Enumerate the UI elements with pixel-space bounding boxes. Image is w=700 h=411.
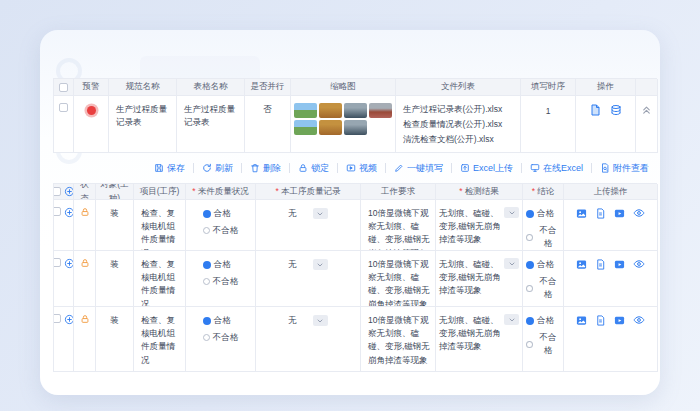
column-header-incoming-quality: *来件质量状况: [186, 184, 256, 200]
test-result-cell: 无划痕、磕碰、变形,磁钢无崩角掉渣等现象: [436, 200, 523, 251]
save-button[interactable]: 保存: [146, 162, 193, 175]
row-checkbox[interactable]: [54, 207, 61, 216]
image-icon[interactable]: [576, 315, 587, 326]
detail-select-header-cell: [54, 184, 74, 200]
records-table: 预警 规范名称 表格名称 是否并行 缩略图 文件列表 填写时序 操作 生产过程质…: [53, 78, 657, 153]
upload-ops-cell: [564, 200, 658, 251]
select-all-header-cell: [54, 79, 74, 96]
lock-icon: [80, 314, 90, 324]
excel-upload-button[interactable]: Excel上传: [452, 162, 521, 175]
column-header-operations: 操作: [576, 79, 636, 96]
one-key-fill-button[interactable]: 一键填写: [386, 162, 451, 175]
chevron-down-icon[interactable]: [504, 314, 519, 325]
save-icon: [154, 163, 164, 173]
attachment-view-button[interactable]: 附件查看: [592, 162, 657, 175]
column-header-project: 项目(工序): [134, 184, 186, 200]
row-checkbox[interactable]: [54, 258, 61, 267]
thumbnail-landscape[interactable]: [294, 120, 317, 135]
main-panel: 预警 规范名称 表格名称 是否并行 缩略图 文件列表 填写时序 操作 生产过程质…: [40, 30, 660, 395]
test-result-select[interactable]: 无划痕、磕碰、变形,磁钢无崩角掉渣等现象: [439, 314, 519, 354]
project-cell: 检查、复核电机组件质量情况: [134, 307, 186, 372]
test-result-select[interactable]: 无划痕、磕碰、变形,磁钢无崩角掉渣等现象: [439, 258, 519, 298]
object-cell: 装: [96, 251, 134, 307]
radio-fail[interactable]: 不合格: [526, 331, 560, 357]
column-header-conclusion: *结论: [523, 184, 564, 200]
status-cell: [74, 307, 96, 372]
radio-fail[interactable]: 不合格: [203, 224, 239, 237]
row-checkbox[interactable]: [59, 103, 68, 112]
radio-fail[interactable]: 不合格: [203, 275, 239, 288]
process-record-select[interactable]: 无: [259, 207, 357, 220]
column-header-test-result: *检测结果: [436, 184, 523, 200]
radio-pass[interactable]: 合格: [203, 314, 231, 327]
video-play-icon[interactable]: [614, 208, 625, 219]
radio-fail[interactable]: 不合格: [203, 331, 239, 344]
add-row-icon[interactable]: [64, 207, 74, 218]
doc-view-icon: [600, 163, 610, 173]
action-toolbar: 保存 刷新 删除 锁定 视频: [53, 153, 657, 183]
radio-pass[interactable]: 合格: [526, 258, 554, 271]
status-cell: [74, 251, 96, 307]
lock-button[interactable]: 锁定: [290, 162, 337, 175]
warning-dot-icon: [87, 106, 96, 115]
column-header-spec-name: 规范名称: [109, 79, 177, 96]
image-icon[interactable]: [576, 259, 587, 270]
radio-pass[interactable]: 合格: [526, 207, 554, 220]
column-header-warning: 预警: [74, 79, 109, 96]
add-row-icon[interactable]: [64, 186, 74, 197]
eye-icon[interactable]: [633, 258, 645, 270]
add-row-icon[interactable]: [64, 258, 74, 269]
video-play-icon[interactable]: [614, 259, 625, 270]
eye-icon[interactable]: [633, 207, 645, 219]
video-play-icon[interactable]: [614, 315, 625, 326]
thumbnail-sea-cliff[interactable]: [344, 103, 367, 118]
file-icon[interactable]: [595, 315, 606, 326]
file-icon[interactable]: [595, 259, 606, 270]
chevron-down-icon[interactable]: [313, 208, 328, 219]
process-record-cell: 无: [256, 307, 361, 372]
chevron-down-icon[interactable]: [313, 259, 328, 270]
thumbnail-landscape[interactable]: [294, 103, 317, 118]
refresh-button[interactable]: 刷新: [194, 162, 241, 175]
column-header-fill-order: 填写时序: [521, 79, 576, 96]
incoming-quality-cell: 合格 不合格: [186, 251, 256, 307]
upload-icon: [460, 163, 470, 173]
radio-pass[interactable]: 合格: [526, 314, 554, 327]
radio-fail[interactable]: 不合格: [526, 224, 560, 250]
column-header-file-list: 文件列表: [396, 79, 521, 96]
video-icon: [346, 163, 356, 173]
refresh-icon: [202, 163, 212, 173]
add-row-icon[interactable]: [64, 314, 74, 325]
detail-select-all-checkbox[interactable]: [54, 187, 61, 196]
radio-pass[interactable]: 合格: [203, 258, 231, 271]
column-header-object: 对象(工种): [96, 184, 134, 200]
image-icon[interactable]: [576, 208, 587, 219]
chevron-down-icon[interactable]: [504, 207, 519, 218]
operations-cell: [576, 96, 636, 153]
double-chevron-up-icon[interactable]: [641, 104, 652, 115]
layers-icon[interactable]: [610, 104, 622, 116]
online-excel-button[interactable]: 在线Excel: [522, 162, 591, 175]
file-item: 检查质量情况表(公开).xlsx: [403, 118, 502, 131]
video-button[interactable]: 视频: [338, 162, 385, 175]
chevron-down-icon[interactable]: [504, 258, 519, 269]
test-result-select[interactable]: 无划痕、磕碰、变形,磁钢无崩角掉渣等现象: [439, 207, 519, 247]
radio-pass[interactable]: 合格: [203, 207, 231, 220]
file-icon[interactable]: [595, 208, 606, 219]
thumbnail-temple[interactable]: [369, 103, 392, 118]
chevron-down-icon[interactable]: [313, 315, 328, 326]
row-select-cell: [54, 307, 74, 372]
radio-fail[interactable]: 不合格: [526, 275, 560, 301]
process-quality-table: 状态 对象(工种) 项目(工序) *来件质量状况 *本工序质量记录 工作要求 *…: [53, 183, 657, 372]
object-cell: 装: [96, 200, 134, 251]
thumbnail-autumn-forest[interactable]: [319, 120, 342, 135]
thumbnail-sea-cliff[interactable]: [344, 120, 367, 135]
document-edit-icon[interactable]: [589, 104, 601, 116]
row-checkbox[interactable]: [54, 314, 61, 323]
process-record-select[interactable]: 无: [259, 258, 357, 271]
select-all-checkbox[interactable]: [59, 83, 68, 92]
eye-icon[interactable]: [633, 314, 645, 326]
thumbnail-autumn-forest[interactable]: [319, 103, 342, 118]
delete-button[interactable]: 删除: [242, 162, 289, 175]
process-record-select[interactable]: 无: [259, 314, 357, 327]
